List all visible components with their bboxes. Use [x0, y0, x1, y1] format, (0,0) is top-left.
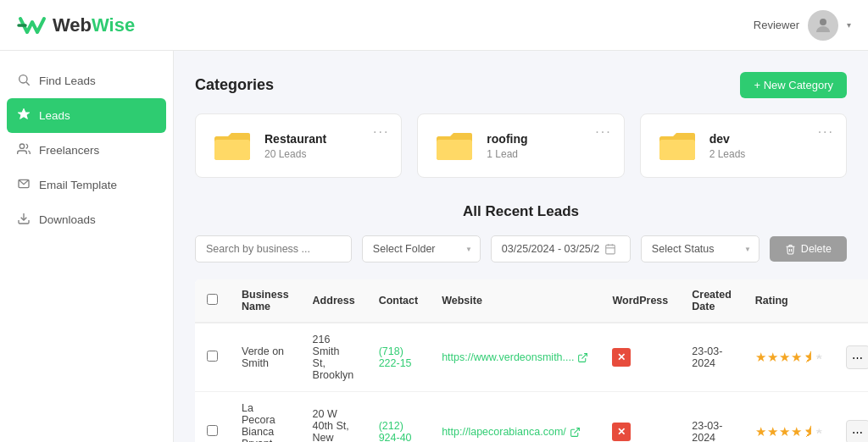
category-card-dev[interactable]: dev 2 Leads ···: [640, 113, 847, 178]
sidebar-item-email-template[interactable]: Email Template: [0, 168, 173, 202]
row1-contact: (718) 222-15: [367, 323, 431, 392]
dev-card-count: 2 Leads: [709, 148, 746, 160]
user-dropdown-arrow[interactable]: ▾: [847, 20, 851, 30]
svg-rect-12: [606, 245, 615, 254]
th-checkbox: [195, 279, 230, 323]
logo-text-wise: Wise: [92, 14, 135, 36]
row1-rating: ★★★★⯨★: [743, 323, 834, 392]
restaurant-card-count: 20 Leads: [264, 148, 326, 160]
row1-action-button[interactable]: ⋯: [846, 345, 868, 369]
row1-wordpress: ✕: [600, 323, 680, 392]
th-business-name: Business Name: [230, 279, 301, 323]
row2-created-date: 23-03-2024: [680, 392, 743, 443]
logo-icon: [17, 10, 47, 41]
row2-action-button[interactable]: ⋯: [846, 420, 868, 442]
table-row: Verde on Smith 216 Smith St, Brooklyn (7…: [195, 323, 868, 392]
external-link-icon: [577, 352, 588, 363]
dev-card-more[interactable]: ···: [818, 124, 834, 140]
row2-wordpress: ✕: [600, 392, 680, 443]
main-content: Categories + New Category Restaurant 20 …: [174, 51, 868, 442]
sidebar-item-leads[interactable]: Leads: [7, 98, 166, 133]
category-card-restaurant[interactable]: Restaurant 20 Leads ···: [195, 113, 402, 178]
restaurant-card-name: Restaurant: [264, 132, 326, 146]
row1-empty-star: ★: [815, 350, 822, 364]
search-input[interactable]: [195, 235, 352, 262]
categories-section-header: Categories + New Category: [195, 72, 847, 98]
layout: Find Leads Leads Freelancers Email Templ…: [0, 51, 868, 442]
row1-action-cell: ⋯: [834, 323, 868, 392]
row2-checkbox[interactable]: [207, 425, 218, 436]
row2-business-name: La Pecora Bianca Bryant Park: [230, 392, 301, 443]
folder-icon-roofing: [435, 130, 474, 162]
leads-table: Business Name Address Contact Website Wo…: [195, 279, 868, 442]
row1-website-link[interactable]: https://www.verdeonsmith....: [442, 351, 574, 363]
folder-select-wrapper: Select Folder: [362, 235, 481, 262]
avatar[interactable]: [808, 10, 838, 41]
status-select[interactable]: Select Status: [641, 235, 760, 262]
calendar-icon: [604, 243, 616, 255]
row2-address: 20 W 40th St, New York: [301, 392, 367, 443]
dev-card-info: dev 2 Leads: [709, 132, 746, 160]
row2-action-cell: ⋯: [834, 392, 868, 443]
svg-line-17: [574, 428, 579, 433]
category-card-roofing[interactable]: roofing 1 Lead ···: [417, 113, 624, 178]
row2-rating: ★★★★⯨★: [743, 392, 834, 443]
roofing-card-name: roofing: [487, 132, 527, 146]
filters-row: Select Folder 03/25/2024 - 03/25/2 Selec…: [195, 235, 847, 262]
restaurant-card-info: Restaurant 20 Leads: [264, 132, 326, 160]
leads-section-title: All Recent Leads: [195, 203, 847, 220]
row1-created-date: 23-03-2024: [680, 323, 743, 392]
trash-icon: [785, 244, 796, 255]
logo-text-web: Web: [53, 14, 92, 36]
roofing-card-more[interactable]: ···: [595, 124, 611, 140]
th-created-date: Created Date: [680, 279, 743, 323]
row1-stars: ★★★★: [755, 350, 803, 364]
table-row: La Pecora Bianca Bryant Park 20 W 40th S…: [195, 392, 868, 443]
sidebar-downloads-label: Downloads: [39, 213, 96, 226]
restaurant-card-more[interactable]: ···: [373, 124, 389, 140]
delete-button[interactable]: Delete: [770, 236, 847, 262]
sidebar-item-downloads[interactable]: Downloads: [0, 202, 173, 237]
svg-line-16: [582, 353, 587, 358]
select-all-checkbox[interactable]: [207, 294, 218, 305]
delete-button-label: Delete: [801, 243, 832, 255]
status-select-wrapper: Select Status: [641, 235, 760, 262]
svg-point-1: [19, 75, 27, 83]
category-cards: Restaurant 20 Leads ··· roofing 1 Lead ·…: [195, 113, 847, 178]
logo: WebWise: [17, 10, 135, 41]
header: WebWise Reviewer ▾: [0, 0, 868, 51]
row1-address: 216 Smith St, Brooklyn: [301, 323, 367, 392]
row1-contact-link[interactable]: (718) 222-15: [379, 345, 412, 369]
reviewer-label: Reviewer: [754, 19, 799, 31]
row1-business-name: Verde on Smith: [230, 323, 301, 392]
svg-line-2: [26, 82, 30, 86]
svg-point-0: [820, 19, 826, 25]
table-header-row: Business Name Address Contact Website Wo…: [195, 279, 868, 323]
header-right: Reviewer ▾: [754, 10, 851, 41]
row2-website: http://lapecorabianca.com/: [430, 392, 600, 443]
sidebar-item-find-leads[interactable]: Find Leads: [0, 64, 173, 98]
roofing-card-info: roofing 1 Lead: [487, 132, 527, 160]
th-address: Address: [301, 279, 367, 323]
row2-checkbox-cell: [195, 392, 230, 443]
row1-wp-x: ✕: [617, 351, 626, 363]
row1-wp-badge: ✕: [612, 348, 631, 367]
th-actions: [834, 279, 868, 323]
th-website: Website: [430, 279, 600, 323]
sidebar-freelancers-label: Freelancers: [39, 144, 99, 157]
row2-website-link[interactable]: http://lapecorabianca.com/: [442, 426, 566, 438]
folder-select[interactable]: Select Folder: [362, 235, 481, 262]
leads-icon: [17, 108, 31, 124]
row1-checkbox[interactable]: [207, 351, 218, 362]
row2-contact-link[interactable]: (212) 924-40: [379, 420, 412, 442]
find-leads-icon: [17, 73, 31, 89]
email-template-icon: [17, 177, 31, 193]
roofing-card-count: 1 Lead: [487, 148, 527, 160]
sidebar-item-freelancers[interactable]: Freelancers: [0, 133, 173, 168]
row2-empty-star: ★: [815, 424, 822, 439]
freelancers-icon: [17, 142, 31, 158]
date-range-input[interactable]: 03/25/2024 - 03/25/2: [491, 235, 631, 262]
dev-card-name: dev: [709, 132, 746, 146]
sidebar-email-template-label: Email Template: [39, 179, 117, 191]
new-category-button[interactable]: + New Category: [740, 72, 847, 98]
